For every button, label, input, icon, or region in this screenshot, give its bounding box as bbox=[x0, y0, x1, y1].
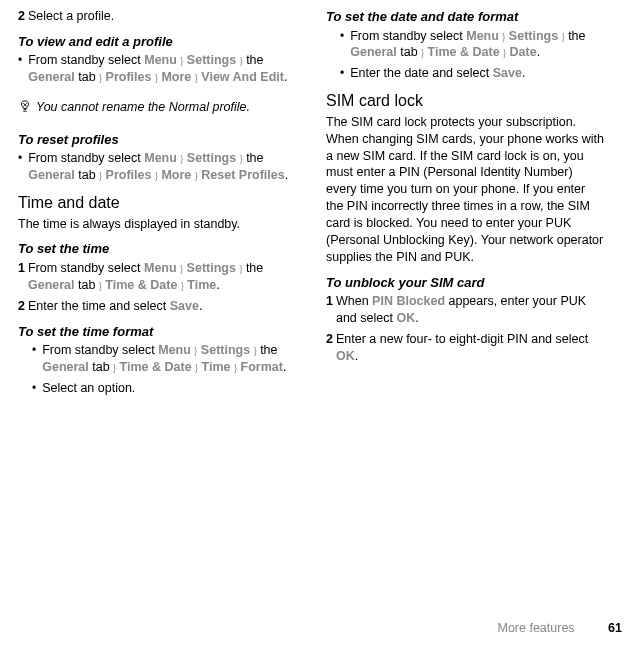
tip-text: You cannot rename the Normal profile. bbox=[36, 99, 298, 118]
bullet-text: From standby select Menu } Settings } th… bbox=[28, 150, 298, 184]
page-footer: More features 61 bbox=[497, 620, 622, 637]
step-text: When PIN Blocked appears, enter your PUK… bbox=[336, 293, 606, 327]
heading-set-time-format: To set the time format bbox=[18, 323, 298, 341]
step-set-time-2: 2 Enter the time and select Save. bbox=[18, 298, 298, 315]
step-unblock-2: 2 Enter a new four- to eight-digit PIN a… bbox=[326, 331, 606, 365]
bullet-icon: • bbox=[32, 380, 36, 397]
bullet-icon: • bbox=[340, 65, 344, 82]
left-column: 2 Select a profile. To view and edit a p… bbox=[18, 8, 298, 401]
heading-set-date-format: To set the date and date format bbox=[326, 8, 606, 26]
heading-set-time: To set the time bbox=[18, 240, 298, 258]
bullet-view-edit: • From standby select Menu } Settings } … bbox=[18, 52, 298, 86]
lightbulb-icon bbox=[18, 99, 36, 118]
step-select-profile: 2 Select a profile. bbox=[18, 8, 298, 25]
step-number: 2 bbox=[18, 298, 25, 315]
bullet-icon: • bbox=[18, 150, 22, 184]
heading-sim-card-lock: SIM card lock bbox=[326, 90, 606, 112]
bullet-icon: • bbox=[32, 342, 36, 376]
heading-unblock-sim: To unblock your SIM card bbox=[326, 274, 606, 292]
step-text: Enter a new four- to eight-digit PIN and… bbox=[336, 331, 606, 365]
step-number: 2 bbox=[326, 331, 333, 365]
heading-reset-profiles: To reset profiles bbox=[18, 131, 298, 149]
time-date-description: The time is always displayed in standby. bbox=[18, 216, 298, 233]
step-number: 1 bbox=[326, 293, 333, 327]
heading-time-and-date: Time and date bbox=[18, 192, 298, 214]
bullet-set-date-2: • Enter the date and select Save. bbox=[326, 65, 606, 82]
right-column: To set the date and date format • From s… bbox=[326, 8, 606, 401]
sim-card-lock-description: The SIM card lock protects your subscrip… bbox=[326, 114, 606, 266]
step-text: Select a profile. bbox=[28, 8, 298, 25]
step-text: Enter the time and select Save. bbox=[28, 298, 298, 315]
tip-rename-normal: You cannot rename the Normal profile. bbox=[18, 96, 298, 121]
bullet-icon: • bbox=[18, 52, 22, 86]
bullet-set-time-format-1: • From standby select Menu } Settings } … bbox=[18, 342, 298, 376]
heading-view-edit-profile: To view and edit a profile bbox=[18, 33, 298, 51]
page-number: 61 bbox=[608, 621, 622, 635]
step-number: 2 bbox=[18, 8, 25, 25]
bullet-text: From standby select Menu } Settings } th… bbox=[350, 28, 606, 62]
bullet-text: Select an option. bbox=[42, 380, 298, 397]
bullet-icon: • bbox=[340, 28, 344, 62]
bullet-text: From standby select Menu } Settings } th… bbox=[42, 342, 298, 376]
step-unblock-1: 1 When PIN Blocked appears, enter your P… bbox=[326, 293, 606, 327]
bullet-reset-profiles: • From standby select Menu } Settings } … bbox=[18, 150, 298, 184]
step-set-time-1: 1 From standby select Menu } Settings } … bbox=[18, 260, 298, 294]
bullet-set-time-format-2: • Select an option. bbox=[18, 380, 298, 397]
bullet-text: Enter the date and select Save. bbox=[350, 65, 606, 82]
bullet-set-date-1: • From standby select Menu } Settings } … bbox=[326, 28, 606, 62]
bullet-text: From standby select Menu } Settings } th… bbox=[28, 52, 298, 86]
step-text: From standby select Menu } Settings } th… bbox=[28, 260, 298, 294]
footer-section: More features bbox=[497, 621, 574, 635]
step-number: 1 bbox=[18, 260, 25, 294]
